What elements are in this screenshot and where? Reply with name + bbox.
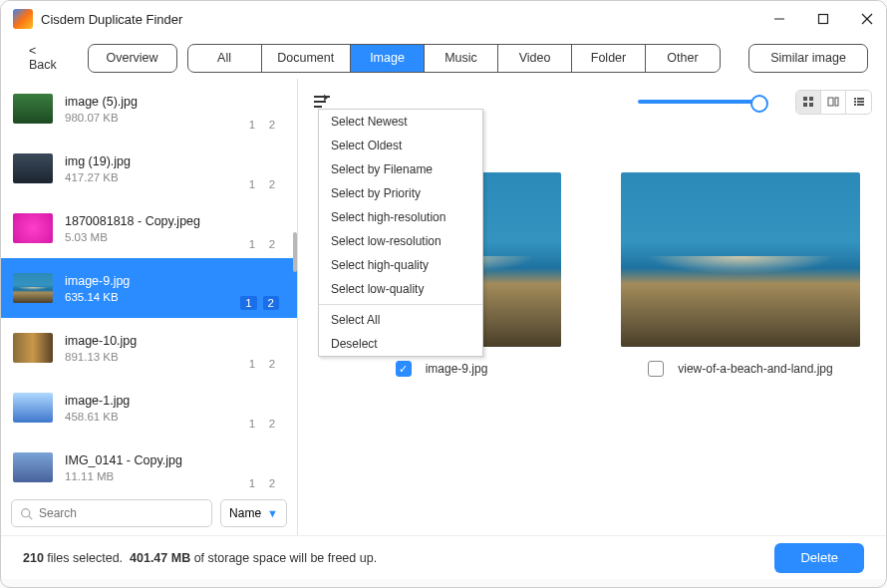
search-icon <box>20 507 33 520</box>
menu-item[interactable]: Select All <box>319 308 482 332</box>
sort-label: Name <box>229 506 261 520</box>
dup-badges: 12 <box>240 296 279 310</box>
svg-rect-19 <box>857 101 864 103</box>
menu-item[interactable]: Select Newest <box>319 110 482 134</box>
overview-button[interactable]: Overview <box>88 44 177 73</box>
svg-line-5 <box>29 515 32 518</box>
file-row[interactable]: image (5).jpg980.07 KB12 <box>1 79 297 139</box>
file-row[interactable]: img (19).jpg417.27 KB12 <box>1 139 297 198</box>
svg-marker-9 <box>324 94 328 101</box>
menu-item[interactable]: Select high-quality <box>319 253 482 277</box>
preview-filename: image-9.jpg <box>426 362 488 376</box>
menu-separator <box>319 304 482 305</box>
file-name: image-10.jpg <box>65 334 285 348</box>
checkbox[interactable]: ✓ <box>396 361 412 377</box>
file-row[interactable]: IMG_0141 - Copy.jpg11.11 MB12 <box>1 438 297 491</box>
menu-item[interactable]: Select by Filename <box>319 157 482 181</box>
checkbox[interactable] <box>648 361 664 377</box>
tab-folder[interactable]: Folder <box>572 45 646 72</box>
dup-badges: 12 <box>245 119 279 131</box>
sort-select[interactable]: Name ▼ <box>220 499 287 527</box>
dup-badges: 12 <box>245 238 279 250</box>
category-tabs: AllDocumentImageMusicVideoFolderOther <box>187 44 721 73</box>
file-name: IMG_0141 - Copy.jpg <box>65 453 285 467</box>
file-name: image (5).jpg <box>65 95 285 109</box>
menu-item[interactable]: Select by Priority <box>319 181 482 205</box>
svg-rect-21 <box>857 104 864 106</box>
file-name: img (19).jpg <box>65 154 285 168</box>
maximize-button[interactable] <box>816 12 830 26</box>
preview-filename: view-of-a-beach-and-land.jpg <box>678 362 832 376</box>
dup-badges: 12 <box>245 477 279 489</box>
menu-item[interactable]: Select high-resolution <box>319 205 482 229</box>
list-view-button[interactable] <box>846 91 871 114</box>
thumbnail <box>13 393 53 423</box>
svg-rect-15 <box>835 98 838 106</box>
app-title: Cisdem Duplicate Finder <box>41 12 772 27</box>
dup-badges: 12 <box>245 178 279 190</box>
dup-badges: 12 <box>245 358 279 370</box>
scrollbar-thumb[interactable] <box>293 232 297 272</box>
selection-menu: Select NewestSelect OldestSelect by File… <box>318 109 483 357</box>
zoom-slider[interactable] <box>638 100 767 104</box>
back-button[interactable]: < Back <box>19 38 78 78</box>
delete-button[interactable]: Delete <box>774 543 864 573</box>
svg-rect-18 <box>854 101 856 103</box>
tab-image[interactable]: Image <box>351 45 425 72</box>
file-row[interactable]: image-1.jpg458.61 KB12 <box>1 378 297 438</box>
minimize-button[interactable] <box>772 12 786 26</box>
grid-view-button[interactable] <box>796 91 821 114</box>
file-name: image-9.jpg <box>65 274 285 288</box>
file-row[interactable]: image-10.jpg891.13 KB12 <box>1 318 297 378</box>
svg-rect-20 <box>854 104 856 106</box>
tab-video[interactable]: Video <box>498 45 572 72</box>
svg-rect-1 <box>819 15 828 24</box>
file-row[interactable]: 1870081818 - Copy.jpeg5.03 MB12 <box>1 198 297 258</box>
svg-rect-11 <box>809 97 813 101</box>
thumbnail <box>13 153 53 183</box>
column-view-button[interactable] <box>821 91 846 114</box>
app-icon <box>13 9 33 29</box>
thumbnail <box>13 333 53 363</box>
file-list: image (5).jpg980.07 KB12img (19).jpg417.… <box>1 79 297 491</box>
search-input-wrap[interactable] <box>11 499 212 527</box>
preview-card[interactable]: view-of-a-beach-and-land.jpg <box>621 172 860 377</box>
svg-point-4 <box>22 508 30 516</box>
svg-rect-17 <box>857 98 864 100</box>
preview-image <box>621 172 860 347</box>
svg-rect-13 <box>809 103 813 107</box>
status-text: 210 files selected. 401.47 MB of storage… <box>23 551 377 565</box>
menu-item[interactable]: Select Oldest <box>319 134 482 157</box>
menu-item[interactable]: Select low-resolution <box>319 229 482 253</box>
thumbnail <box>13 452 53 482</box>
chevron-down-icon: ▼ <box>267 507 278 519</box>
file-name: 1870081818 - Copy.jpeg <box>65 214 285 228</box>
svg-rect-16 <box>854 98 856 100</box>
thumbnail <box>13 94 53 124</box>
thumbnail <box>13 273 53 303</box>
svg-rect-12 <box>803 103 807 107</box>
svg-rect-10 <box>803 97 807 101</box>
thumbnail <box>13 213 53 243</box>
tab-music[interactable]: Music <box>425 45 498 72</box>
menu-item[interactable]: Deselect <box>319 332 482 356</box>
file-name: image-1.jpg <box>65 394 285 408</box>
svg-rect-14 <box>828 98 833 106</box>
tab-all[interactable]: All <box>188 45 262 72</box>
file-row[interactable]: image-9.jpg635.14 KB12 <box>1 258 297 318</box>
close-button[interactable] <box>860 12 874 26</box>
menu-item[interactable]: Select low-quality <box>319 277 482 301</box>
dup-badges: 12 <box>245 418 279 430</box>
similar-image-button[interactable]: Similar image <box>748 44 868 73</box>
tab-document[interactable]: Document <box>262 45 351 72</box>
search-input[interactable] <box>39 506 203 520</box>
tab-other[interactable]: Other <box>646 45 720 72</box>
